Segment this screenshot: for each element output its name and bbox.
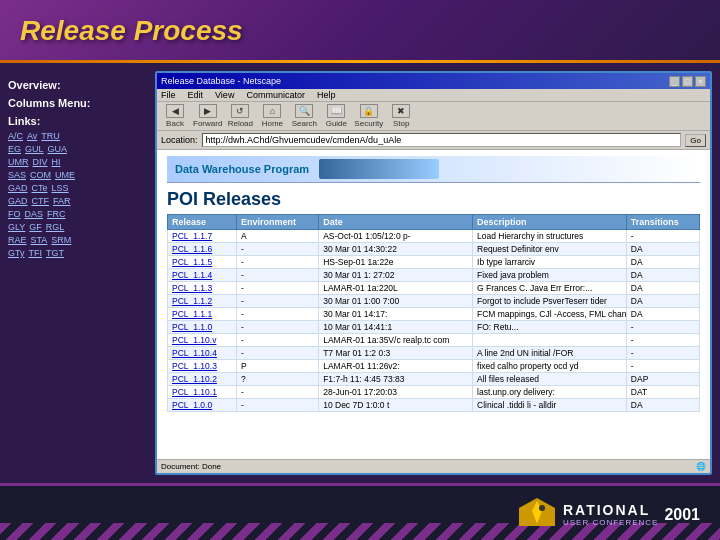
sidebar-nav-sta[interactable]: STA	[31, 235, 48, 245]
guide-icon: 📖	[327, 104, 345, 118]
cell-date: 10 Dec 7D 1:0:0 t	[319, 399, 473, 412]
close-button[interactable]: ×	[695, 76, 706, 87]
cell-desc: fixed calho property ocd yd	[473, 360, 627, 373]
rational-sub: USER CONFERENCE	[563, 518, 658, 527]
cell-release[interactable]: PCL_1.1.0	[168, 321, 237, 334]
cell-release[interactable]: PCL_1.1.3	[168, 282, 237, 295]
cell-release[interactable]: PCL_1.1.4	[168, 269, 237, 282]
sidebar-nav-tru[interactable]: TRU	[41, 131, 60, 141]
cell-env: -	[237, 308, 319, 321]
cell-desc: FCM mappings, CJl -Access, FML chance, f…	[473, 308, 627, 321]
table-row: PCL_1.1.1-30 Mar 01 14:17:FCM mappings, …	[168, 308, 700, 321]
back-button[interactable]: ◀ Back	[161, 104, 189, 128]
sidebar-nav-gty[interactable]: GTy	[8, 248, 25, 258]
sidebar-nav-umr[interactable]: UMR	[8, 157, 29, 167]
sidebar-nav-ume[interactable]: UME	[55, 170, 75, 180]
sidebar-nav-gad[interactable]: GAD	[8, 183, 28, 193]
browser-menubar: File Edit View Communicator Help	[157, 89, 710, 102]
address-label: Location:	[161, 135, 198, 145]
menu-help[interactable]: Help	[317, 90, 336, 100]
security-button[interactable]: 🔒 Security	[354, 104, 383, 128]
cell-date: AS-Oct-01 1:05/12:0 p-	[319, 230, 473, 243]
cell-release[interactable]: PCL_1.10.v	[168, 334, 237, 347]
sidebar-nav-fo[interactable]: FO	[8, 209, 21, 219]
sidebar-nav-div[interactable]: DIV	[33, 157, 48, 167]
sidebar-nav-gf[interactable]: GF	[29, 222, 42, 232]
table-row: PCL_1.1.7AAS-Oct-01 1:05/12:0 p-Load Hie…	[168, 230, 700, 243]
sidebar-nav-tfi[interactable]: TFI	[29, 248, 43, 258]
table-row: PCL_1.1.5-HS-Sep-01 1a:22eIb type larrar…	[168, 256, 700, 269]
sidebar-nav-eg[interactable]: EG	[8, 144, 21, 154]
guide-button[interactable]: 📖 Guide	[322, 104, 350, 128]
minimize-button[interactable]: _	[669, 76, 680, 87]
menu-communicator[interactable]: Communicator	[246, 90, 305, 100]
forward-button[interactable]: ▶ Forward	[193, 104, 222, 128]
sidebar-nav-cte[interactable]: CTe	[32, 183, 48, 193]
maximize-button[interactable]: □	[682, 76, 693, 87]
sidebar-nav-av[interactable]: Av	[27, 131, 37, 141]
sidebar-nav-rae[interactable]: RAE	[8, 235, 27, 245]
home-button[interactable]: ⌂ Home	[258, 104, 286, 128]
cell-release[interactable]: PCL_1.1.2	[168, 295, 237, 308]
browser-window: Release Database - Netscape _ □ × File E…	[155, 71, 712, 475]
cell-release[interactable]: PCL_1.10.4	[168, 347, 237, 360]
sidebar-overview-label: Overview:	[8, 79, 147, 91]
sidebar-nav-gly[interactable]: GLY	[8, 222, 25, 232]
address-input[interactable]	[202, 133, 682, 147]
cell-release[interactable]: PCL_1.10.1	[168, 386, 237, 399]
menu-file[interactable]: File	[161, 90, 176, 100]
sidebar-nav-com[interactable]: COM	[30, 170, 51, 180]
table-row: PCL_1.1.2-30 Mar 01 1:00 7:00Forgot to i…	[168, 295, 700, 308]
sidebar: Overview: Columns Menu: Links: A/C Av TR…	[0, 63, 155, 483]
sidebar-nav-gul[interactable]: GUL	[25, 144, 44, 154]
sidebar-nav-ac[interactable]: A/C	[8, 131, 23, 141]
sidebar-nav-gua[interactable]: GUA	[48, 144, 68, 154]
sidebar-nav-lss[interactable]: LSS	[52, 183, 69, 193]
header-image	[319, 159, 439, 179]
cell-transitions: DA	[626, 399, 699, 412]
reload-button[interactable]: ↺ Reload	[226, 104, 254, 128]
sidebar-nav-far[interactable]: FAR	[53, 196, 71, 206]
sidebar-nav-gad2[interactable]: GAD	[8, 196, 28, 206]
sidebar-nav-hi[interactable]: HI	[52, 157, 61, 167]
search-button[interactable]: 🔍 Search	[290, 104, 318, 128]
table-body: PCL_1.1.7AAS-Oct-01 1:05/12:0 p-Load Hie…	[168, 230, 700, 412]
stop-button[interactable]: ✖ Stop	[387, 104, 415, 128]
cell-env: ?	[237, 373, 319, 386]
cell-release[interactable]: PCL_1.10.3	[168, 360, 237, 373]
menu-edit[interactable]: Edit	[188, 90, 204, 100]
col-header-release: Release	[168, 215, 237, 230]
home-icon: ⌂	[263, 104, 281, 118]
cell-date: T7 Mar 01 1:2 0:3	[319, 347, 473, 360]
cell-release[interactable]: PCL_1.1.1	[168, 308, 237, 321]
cell-env: -	[237, 256, 319, 269]
sidebar-nav-frc[interactable]: FRC	[47, 209, 66, 219]
sidebar-nav-sas[interactable]: SAS	[8, 170, 26, 180]
cell-release[interactable]: PCL_1.1.6	[168, 243, 237, 256]
sidebar-nav-srm[interactable]: SRM	[51, 235, 71, 245]
go-button[interactable]: Go	[685, 134, 706, 147]
menu-view[interactable]: View	[215, 90, 234, 100]
sidebar-links-label: Links:	[8, 115, 147, 127]
cell-transitions: -	[626, 347, 699, 360]
year-text: 2001	[664, 506, 700, 524]
search-icon: 🔍	[295, 104, 313, 118]
sidebar-nav-das[interactable]: DAS	[25, 209, 44, 219]
cell-transitions: DA	[626, 308, 699, 321]
cell-release[interactable]: PCL_1.0.0	[168, 399, 237, 412]
sidebar-nav-rgl[interactable]: RGL	[46, 222, 65, 232]
sidebar-nav-ctf[interactable]: CTF	[32, 196, 50, 206]
release-table: Release Environment Date Description Tra…	[167, 214, 700, 412]
cell-env: P	[237, 360, 319, 373]
cell-transitions: -	[626, 334, 699, 347]
sidebar-nav-row-7: FO DAS FRC	[8, 209, 147, 219]
table-row: PCL_1.10.1-28-Jun-01 17:20:03last.unp.or…	[168, 386, 700, 399]
sidebar-nav-row-9: RAE STA SRM	[8, 235, 147, 245]
reload-icon: ↺	[231, 104, 249, 118]
cell-date: 30 Mar 01 1:00 7:00	[319, 295, 473, 308]
sidebar-nav-tgt[interactable]: TGT	[46, 248, 64, 258]
cell-release[interactable]: PCL_1.10.2	[168, 373, 237, 386]
cell-desc: Forgot to include PsverTeserr tider	[473, 295, 627, 308]
cell-release[interactable]: PCL_1.1.7	[168, 230, 237, 243]
cell-release[interactable]: PCL_1.1.5	[168, 256, 237, 269]
